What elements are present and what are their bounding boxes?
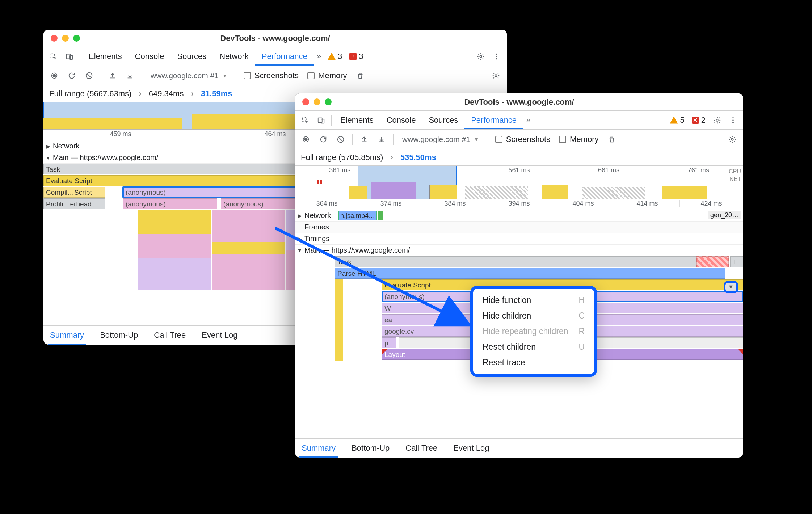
flame-row[interactable]: Parse HTML	[335, 268, 743, 279]
breadcrumb-full[interactable]: Full range (5667.63ms)	[49, 89, 131, 98]
screenshots-checkbox[interactable]: Screenshots	[492, 135, 554, 144]
download-icon[interactable]	[374, 131, 390, 147]
tab-sources[interactable]: Sources	[422, 111, 464, 129]
footer-tab-bottom-up[interactable]: Bottom-Up	[98, 326, 140, 345]
track-frames[interactable]: Frames	[295, 222, 743, 233]
reload-icon[interactable]	[315, 131, 331, 147]
tracks-panel[interactable]: ▶ Network n,jsa,mb4… gen_20… Frames ▶ Ti…	[295, 210, 743, 439]
tab-elements[interactable]: Elements	[82, 47, 129, 66]
footer-tab-event-log[interactable]: Event Log	[199, 326, 240, 345]
separator	[142, 70, 142, 81]
minimize-icon[interactable]	[62, 35, 69, 42]
device-icon[interactable]	[62, 49, 77, 64]
overflow-icon[interactable]: »	[523, 115, 533, 125]
device-icon[interactable]	[313, 112, 329, 128]
track-main[interactable]: ▼ Main — https://www.google.com/	[295, 245, 743, 256]
inspect-icon[interactable]	[46, 49, 62, 64]
warnings-badge[interactable]: 3	[324, 52, 346, 61]
issues-badge[interactable]: ! 3	[346, 52, 367, 61]
flame-task[interactable]: Task	[335, 256, 729, 267]
overflow-icon[interactable]: »	[314, 52, 324, 61]
zoom-icon[interactable]	[73, 35, 80, 42]
footer-tab-call-tree[interactable]: Call Tree	[403, 439, 439, 458]
gear-icon[interactable]	[724, 131, 740, 147]
track-timings[interactable]: ▶ Timings	[295, 233, 743, 245]
gear-icon[interactable]	[488, 68, 504, 84]
clear-icon[interactable]	[333, 131, 349, 147]
tab-console[interactable]: Console	[380, 111, 422, 129]
breadcrumb-full[interactable]: Full range (5705.85ms)	[301, 153, 383, 162]
minimize-icon[interactable]	[314, 98, 320, 105]
disclosure-down-icon[interactable]: ▼	[45, 155, 51, 161]
footer-tab-call-tree[interactable]: Call Tree	[152, 326, 188, 345]
disclosure-right-icon[interactable]: ▶	[296, 213, 303, 219]
network-span[interactable]: n,jsa,mb4…	[338, 211, 377, 220]
flame-anonymous[interactable]: (anonymous)	[123, 198, 217, 209]
kebab-icon[interactable]	[489, 49, 505, 64]
track-label: Main — https://www.google.com/	[51, 153, 158, 162]
issue-icon: !	[349, 53, 357, 60]
disclosure-right-icon[interactable]: ▶	[45, 143, 51, 149]
flame-profiling-overhead[interactable]: Profili…erhead	[43, 198, 105, 209]
separator	[236, 70, 236, 81]
ctx-reset-trace[interactable]: Reset trace	[473, 355, 594, 370]
footer-tab-bottom-up[interactable]: Bottom-Up	[349, 439, 392, 458]
screenshots-checkbox[interactable]: Screenshots	[240, 71, 302, 80]
flame-task-hatched[interactable]	[696, 256, 729, 267]
flame-compile-script[interactable]: Compil…Script	[43, 187, 105, 198]
warnings-badge[interactable]: 5	[666, 115, 688, 125]
upload-icon[interactable]	[356, 131, 372, 147]
upload-icon[interactable]	[105, 68, 121, 84]
clear-icon[interactable]	[81, 68, 97, 84]
gear-icon[interactable]	[473, 49, 489, 64]
ctx-reset-children[interactable]: Reset children U	[473, 339, 594, 355]
close-icon[interactable]	[302, 98, 309, 105]
record-icon[interactable]	[46, 68, 62, 84]
tab-performance[interactable]: Performance	[255, 47, 314, 66]
ctx-hide-children[interactable]: Hide children C	[473, 308, 594, 324]
memory-checkbox[interactable]: Memory	[304, 71, 350, 80]
ruler-tick: 394 ms	[487, 200, 551, 207]
network-span-right[interactable]: gen_20…	[708, 211, 741, 219]
footer-tab-summary[interactable]: Summary	[48, 326, 86, 345]
disclosure-down-icon[interactable]: ▼	[296, 248, 303, 253]
network-span[interactable]	[378, 211, 383, 220]
memory-checkbox[interactable]: Memory	[555, 135, 602, 144]
tab-network[interactable]: Network	[213, 47, 255, 66]
flame-parse-html[interactable]: Parse HTML	[335, 268, 725, 279]
tab-performance[interactable]: Performance	[464, 111, 523, 129]
entry-dropdown-button[interactable]: ▼	[724, 281, 738, 293]
track-label: Network	[51, 142, 79, 150]
errors-badge[interactable]: ✕ 2	[688, 115, 709, 125]
tab-sources[interactable]: Sources	[171, 47, 213, 66]
target-dropdown[interactable]: www.google.com #1 ▼	[146, 69, 232, 83]
target-dropdown[interactable]: www.google.com #1 ▼	[397, 132, 484, 146]
footer-tab-summary[interactable]: Summary	[299, 439, 338, 458]
checkbox-icon	[559, 136, 566, 143]
gc-icon[interactable]	[604, 131, 620, 147]
flame-row[interactable]: Task T…	[335, 256, 743, 268]
record-icon[interactable]	[298, 131, 314, 147]
footer-tab-event-log[interactable]: Event Log	[451, 439, 491, 458]
tab-elements[interactable]: Elements	[334, 111, 380, 129]
warning-icon	[328, 53, 336, 60]
inspect-icon[interactable]	[297, 112, 313, 128]
breadcrumb-mid[interactable]: 649.34ms	[149, 89, 184, 98]
gear-icon[interactable]	[709, 112, 725, 128]
download-icon[interactable]	[122, 68, 138, 84]
flame-thin-column[interactable]	[335, 279, 343, 361]
close-icon[interactable]	[51, 35, 58, 42]
flame-p[interactable]: p	[382, 337, 396, 348]
track-network[interactable]: ▶ Network n,jsa,mb4… gen_20…	[295, 210, 743, 222]
ctx-hide-function[interactable]: Hide function H	[473, 292, 594, 308]
flame-task-right[interactable]: T…	[730, 256, 743, 267]
ruler-tick: 364 ms	[295, 200, 359, 207]
tab-console[interactable]: Console	[129, 47, 171, 66]
warning-icon	[670, 117, 678, 124]
gc-icon[interactable]	[352, 68, 368, 84]
reload-icon[interactable]	[64, 68, 80, 84]
kebab-icon[interactable]	[725, 112, 741, 128]
zoom-icon[interactable]	[325, 98, 332, 105]
overview-strip[interactable]: 361 ms 461 ms 561 ms 661 ms 761 ms CPU N…	[295, 166, 743, 199]
disclosure-right-icon[interactable]: ▶	[296, 236, 303, 242]
